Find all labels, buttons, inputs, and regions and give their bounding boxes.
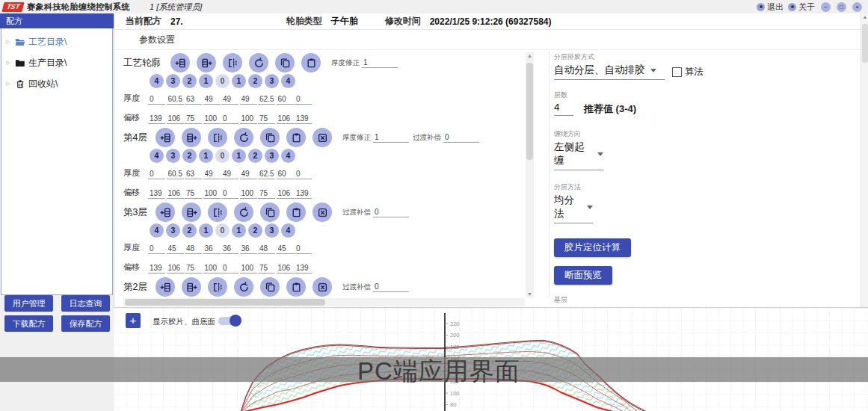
thickness-input[interactable] (185, 170, 202, 179)
offset-input[interactable] (167, 114, 184, 124)
column-button[interactable]: 3 (265, 149, 279, 163)
thickness-input[interactable] (258, 95, 275, 105)
offset-input[interactable] (221, 189, 238, 199)
thickness-input[interactable] (277, 95, 294, 105)
add-button[interactable]: + (126, 313, 141, 328)
offset-input[interactable] (185, 264, 202, 274)
copy-button[interactable] (260, 203, 280, 222)
column-button[interactable]: 4 (281, 149, 295, 163)
scroll-up-icon[interactable]: ▲ (861, 14, 868, 19)
offset-input[interactable] (240, 189, 257, 199)
thickness-input[interactable] (295, 95, 312, 105)
undo-rotate-button[interactable] (234, 203, 253, 222)
offset-input[interactable] (148, 264, 165, 274)
offset-input[interactable] (185, 114, 202, 124)
offset-input[interactable] (203, 264, 221, 274)
column-button[interactable]: 2 (182, 149, 197, 163)
log-query-button[interactable]: 日志查询 (61, 295, 110, 312)
column-button[interactable]: 1 (232, 223, 246, 238)
thickness-input[interactable] (240, 170, 257, 179)
horizontal-scrollbar[interactable] (123, 298, 525, 306)
offset-input[interactable] (277, 114, 294, 124)
column-button[interactable]: 4 (150, 149, 164, 163)
insert-column-right-button[interactable] (182, 203, 201, 222)
insert-column-left-button[interactable] (156, 128, 175, 147)
column-button[interactable]: 4 (150, 74, 164, 88)
maximize-button[interactable]: □ (837, 2, 846, 12)
thickness-input[interactable] (295, 170, 312, 179)
thickness-input[interactable] (167, 244, 184, 254)
layer-count-input[interactable]: 4 (554, 102, 573, 116)
film-positioning-calc-button[interactable]: 胶片定位计算 (554, 238, 631, 257)
undo-rotate-button[interactable] (249, 53, 268, 72)
offset-input[interactable] (221, 114, 238, 124)
winding-direction-select[interactable]: 左侧起缠 (554, 140, 603, 170)
paste-button[interactable] (301, 53, 321, 72)
column-button-center[interactable]: 0 (215, 223, 230, 238)
paste-button[interactable] (286, 128, 306, 147)
thickness-input[interactable] (240, 95, 257, 105)
insert-column-right-button[interactable] (197, 53, 216, 72)
offset-input[interactable] (148, 114, 165, 124)
thickness-input[interactable] (277, 170, 294, 179)
offset-input[interactable] (148, 189, 165, 199)
mirror-button[interactable] (208, 128, 227, 147)
mirror-button[interactable] (208, 203, 227, 222)
offset-input[interactable] (240, 114, 257, 124)
save-recipe-button[interactable]: 保存配方 (61, 315, 110, 332)
thickness-input[interactable] (167, 95, 184, 105)
tree-item-production-directory[interactable]: ▷ 生产目录\ (1, 55, 112, 70)
vertical-scrollbar[interactable]: ▲ ▼ (526, 52, 534, 297)
download-recipe-button[interactable]: 下载配方 (4, 315, 53, 332)
minimize-button[interactable]: − (821, 2, 831, 12)
thickness-input[interactable] (185, 95, 202, 105)
scrollbar-thumb[interactable] (526, 63, 533, 160)
show-film-toggle[interactable] (218, 317, 239, 325)
column-button[interactable]: 2 (182, 74, 197, 88)
expand-arrow-icon[interactable]: ▷ (6, 81, 12, 87)
transition-compensation-input[interactable] (443, 133, 479, 143)
checkbox-icon[interactable] (672, 67, 682, 77)
thickness-input[interactable] (295, 244, 312, 254)
offset-input[interactable] (258, 264, 275, 274)
delete-layer-button[interactable] (313, 277, 332, 297)
tree-item-recycle-bin[interactable]: ▷ 回收站\ (1, 76, 112, 91)
thickness-input[interactable] (148, 244, 165, 254)
thickness-input[interactable] (203, 170, 221, 179)
delete-layer-button[interactable] (313, 128, 332, 147)
offset-input[interactable] (167, 264, 184, 274)
copy-button[interactable] (275, 53, 295, 72)
offset-input[interactable] (240, 264, 257, 274)
offset-input[interactable] (203, 189, 221, 199)
offset-input[interactable] (167, 189, 184, 199)
thickness-correction-input[interactable] (362, 58, 398, 68)
delete-layer-button[interactable] (313, 203, 332, 222)
copy-button[interactable] (260, 128, 280, 147)
offset-input[interactable] (203, 114, 221, 124)
section-preview-button[interactable]: 断面预览 (554, 266, 612, 285)
column-button-center[interactable]: 0 (215, 149, 230, 163)
column-button[interactable]: 2 (182, 223, 197, 238)
thickness-input[interactable] (185, 244, 202, 254)
undo-rotate-button[interactable] (234, 128, 253, 147)
user-management-button[interactable]: 用户管理 (4, 295, 53, 312)
thickness-input[interactable] (221, 244, 238, 254)
column-button[interactable]: 3 (166, 149, 180, 163)
paste-button[interactable] (286, 203, 306, 222)
offset-input[interactable] (277, 189, 294, 199)
insert-column-right-button[interactable] (182, 277, 201, 297)
column-button[interactable]: 3 (265, 223, 279, 238)
column-button[interactable]: 1 (232, 149, 246, 163)
column-button[interactable]: 1 (199, 223, 213, 238)
scrollbar-thumb[interactable] (862, 24, 868, 63)
insert-column-right-button[interactable] (182, 128, 201, 147)
expand-arrow-icon[interactable]: ▷ (6, 60, 12, 66)
column-button[interactable]: 1 (199, 74, 213, 88)
scroll-up-icon[interactable]: ▲ (526, 53, 534, 58)
offset-input[interactable] (258, 189, 275, 199)
column-button[interactable]: 4 (281, 74, 295, 88)
column-button[interactable]: 2 (248, 74, 262, 88)
paste-button[interactable] (286, 277, 306, 297)
thickness-input[interactable] (203, 244, 221, 254)
thickness-input[interactable] (240, 244, 257, 254)
